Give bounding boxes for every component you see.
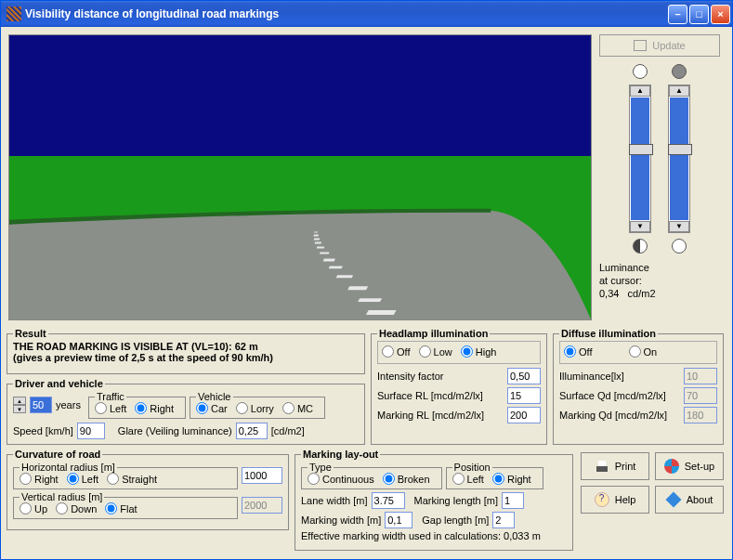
driver-legend: Driver and vehicle (13, 378, 105, 389)
result-group: Result THE ROAD MARKING IS VISIBLE AT (V… (7, 328, 365, 374)
surface-rl-field[interactable] (507, 387, 541, 404)
pos-left-radio[interactable]: Left (452, 473, 484, 485)
window-title: Visibility distance of longitudinal road… (25, 7, 668, 20)
marking-length-field[interactable] (502, 492, 524, 509)
slider-thumb[interactable] (668, 144, 692, 155)
slider-up-icon[interactable]: ▲ (630, 85, 650, 97)
layout-legend: Marking lay-out (301, 449, 380, 460)
age-field[interactable] (30, 397, 52, 413)
svg-rect-1 (358, 298, 382, 302)
vehicle-group: Vehicle Car Lorry MC (190, 391, 325, 419)
lane-width-field[interactable] (372, 492, 405, 509)
vehicle-mc-radio[interactable]: MC (282, 402, 313, 414)
printer-icon (595, 459, 609, 474)
illuminance-label: Illuminance[lx] (559, 371, 624, 382)
gear-icon (664, 459, 679, 474)
surface-rl-label: Surface RL [mcd/m2/lx] (377, 390, 483, 401)
svg-rect-11 (314, 232, 318, 233)
monitor-icon (634, 40, 647, 51)
illuminance-field (684, 368, 717, 384)
marking-rl-field[interactable] (507, 407, 541, 423)
driver-vehicle-group: Driver and vehicle ▲▼ years Traffic Left… (7, 378, 365, 445)
slider-up-icon[interactable]: ▲ (669, 85, 689, 97)
result-legend: Result (13, 328, 48, 339)
slider-down-icon[interactable]: ▼ (669, 221, 689, 232)
glare-label: Glare (Veiling luminance) (118, 425, 232, 436)
h-radius-field[interactable] (242, 467, 282, 484)
diffuse-legend: Diffuse illumination (559, 328, 658, 339)
headlamp-legend: Headlamp illumination (377, 328, 490, 339)
gap-length-field[interactable] (492, 512, 515, 528)
vehicle-car-radio[interactable]: Car (196, 402, 228, 414)
svg-rect-7 (317, 247, 325, 249)
diffuse-on-radio[interactable]: On (629, 345, 658, 358)
view-controls-panel: Update ▲ ▼ ▲ ▼ (599, 34, 720, 320)
traffic-left-radio[interactable]: Left (95, 402, 126, 414)
marking-rl-label: Marking RL [mcd/m2/lx] (377, 410, 484, 421)
update-button[interactable]: Update (599, 34, 720, 57)
marking-layout-group: Marking lay-out Type Continuous Broken P… (295, 449, 573, 551)
svg-rect-10 (314, 235, 319, 237)
headlamp-low-radio[interactable]: Low (419, 345, 452, 358)
maximize-button[interactable]: □ (689, 5, 709, 24)
marking-width-label: Marking width [m] (301, 514, 381, 526)
h-radius-group: Horizontal radius [m] Right Left Straigh… (13, 462, 238, 489)
curvature-group: Curvature of road Horizontal radius [m] … (7, 449, 289, 530)
glare-field[interactable] (236, 423, 268, 439)
h-left-radio[interactable]: Left (67, 473, 98, 485)
diamond-icon (665, 492, 681, 508)
v-down-radio[interactable]: Down (56, 502, 97, 514)
v-radius-field (242, 497, 282, 514)
pos-right-radio[interactable]: Right (492, 473, 531, 485)
help-button[interactable]: Help (581, 486, 649, 514)
close-button[interactable]: × (711, 5, 730, 24)
surface-qd-label: Surface Qd [mcd/m2/lx] (559, 390, 666, 401)
slider-left[interactable]: ▲ ▼ (629, 85, 651, 233)
result-line2: (gives a preview time of 2,5 s at the sp… (13, 352, 359, 363)
result-line1: THE ROAD MARKING IS VISIBLE AT (VL=10): … (13, 341, 359, 352)
type-group: Type Continuous Broken (301, 462, 442, 489)
svg-rect-5 (323, 258, 335, 261)
luminance-readout: Luminance at cursor: 0,34 cd/m2 (599, 261, 720, 300)
gap-length-label: Gap length [m] (422, 514, 489, 526)
slider-down-icon[interactable]: ▼ (630, 221, 650, 232)
type-broken-radio[interactable]: Broken (383, 473, 430, 485)
svg-rect-8 (315, 242, 321, 244)
intensity-field[interactable] (507, 368, 541, 384)
headlamp-off-radio[interactable]: Off (382, 345, 410, 358)
headlamp-group: Headlamp illumination Off Low High Inten… (371, 328, 547, 445)
marking-width-field[interactable] (385, 512, 412, 528)
setup-button[interactable]: Set-up (655, 452, 724, 480)
contrast-icon (633, 239, 648, 254)
slider-thumb[interactable] (629, 144, 653, 155)
type-continuous-radio[interactable]: Continuous (308, 473, 374, 485)
road-render-viewport[interactable] (8, 34, 592, 320)
print-button[interactable]: Print (581, 452, 649, 480)
speed-field[interactable] (77, 423, 105, 439)
svg-rect-4 (329, 266, 343, 268)
v-flat-radio[interactable]: Flat (105, 502, 137, 514)
update-label: Update (652, 40, 685, 51)
traffic-right-radio[interactable]: Right (135, 402, 174, 414)
road-surface (9, 35, 591, 319)
svg-rect-3 (336, 275, 353, 278)
vehicle-lorry-radio[interactable]: Lorry (236, 402, 274, 414)
diffuse-off-radio[interactable]: Off (564, 345, 592, 358)
slider-right[interactable]: ▲ ▼ (668, 85, 690, 233)
headlamp-high-radio[interactable]: High (461, 345, 497, 358)
help-icon (595, 492, 609, 507)
glare-unit: [cd/m2] (271, 425, 305, 436)
brightness-icon (672, 239, 687, 254)
surface-qd-field (684, 387, 717, 404)
h-straight-radio[interactable]: Straight (107, 473, 157, 485)
indicator-icon (633, 64, 648, 79)
indicator-icon (672, 64, 687, 79)
h-right-radio[interactable]: Right (20, 473, 59, 485)
v-radius-group: Vertical radius [m] Up Down Flat (13, 491, 238, 519)
v-up-radio[interactable]: Up (20, 502, 47, 514)
age-spinner[interactable]: ▲▼ (13, 397, 26, 413)
marking-qd-label: Marking Qd [mcd/m2/lx] (559, 410, 667, 421)
intensity-label: Intensity factor (377, 371, 444, 382)
about-button[interactable]: About (655, 486, 724, 514)
minimize-button[interactable]: – (668, 5, 687, 24)
